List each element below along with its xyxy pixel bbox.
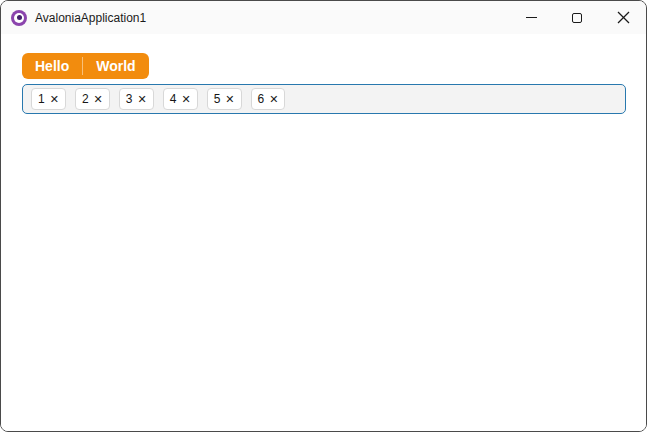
avalonia-logo-icon <box>11 10 27 26</box>
tab-hello[interactable]: Hello <box>22 53 82 79</box>
tag-label: 5 <box>214 93 221 105</box>
tag-remove-button[interactable]: ✕ <box>50 94 59 105</box>
logo-dot <box>17 15 22 20</box>
tag-label: 2 <box>82 93 89 105</box>
close-icon <box>617 11 630 24</box>
tag-remove-button[interactable]: ✕ <box>181 94 190 105</box>
app-window: AvaloniaApplication1 Hello World <box>0 0 647 432</box>
window-controls <box>508 1 646 34</box>
tag-label: 3 <box>126 93 133 105</box>
tag-label: 4 <box>170 93 177 105</box>
tag-chip: 3 ✕ <box>119 88 154 110</box>
minimize-button[interactable] <box>508 1 554 34</box>
tag-remove-button[interactable]: ✕ <box>94 94 103 105</box>
tag-label: 1 <box>38 93 45 105</box>
tag-chip: 6 ✕ <box>251 88 286 110</box>
tag-remove-button[interactable]: ✕ <box>269 94 278 105</box>
logo-ring <box>14 13 24 23</box>
tag-input[interactable]: 1 ✕ 2 ✕ 3 ✕ 4 ✕ 5 ✕ 6 <box>22 84 626 114</box>
tab-world[interactable]: World <box>83 53 148 79</box>
titlebar[interactable]: AvaloniaApplication1 <box>1 1 646 34</box>
minimize-icon <box>526 17 537 18</box>
close-button[interactable] <box>600 1 646 34</box>
tag-remove-button[interactable]: ✕ <box>225 94 234 105</box>
tag-label: 6 <box>258 93 265 105</box>
content-area: Hello World 1 ✕ 2 ✕ 3 ✕ 4 ✕ <box>1 34 646 431</box>
window-title: AvaloniaApplication1 <box>35 11 146 25</box>
tag-chip: 4 ✕ <box>163 88 198 110</box>
maximize-icon <box>572 13 582 23</box>
tag-chip: 2 ✕ <box>75 88 110 110</box>
tag-chip: 1 ✕ <box>31 88 66 110</box>
maximize-button[interactable] <box>554 1 600 34</box>
tab-strip: Hello World <box>22 53 149 79</box>
tag-remove-button[interactable]: ✕ <box>138 94 147 105</box>
tag-chip: 5 ✕ <box>207 88 242 110</box>
